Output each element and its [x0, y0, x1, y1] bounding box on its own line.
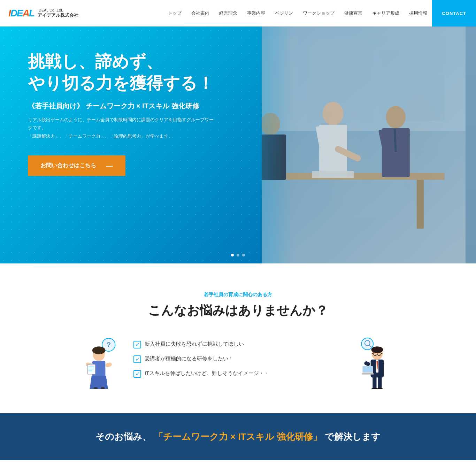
hero-description: リアル脱出ゲームのように、チーム全員で制限時間内に課題のクリアを目指すグループワ…: [28, 116, 216, 140]
problems-main-title: こんなお悩みはありませんか？: [0, 302, 476, 319]
svg-rect-37: [101, 387, 105, 389]
logo-en: IDEAL Co.,Ltd.: [38, 8, 78, 12]
nav-workshop[interactable]: ワークショップ: [298, 0, 339, 26]
check-item-1: ✓ 新入社員に失敗を恐れずに挑戦してほしい: [133, 341, 343, 348]
hero-title: 挑戦し、諦めず、 やり切る力を獲得する！: [28, 51, 216, 94]
illus-right: [353, 337, 395, 389]
nav-top[interactable]: トップ: [163, 0, 186, 26]
svg-rect-36: [94, 387, 98, 389]
hero-cta-button[interactable]: お問い合わせはこちら —: [28, 155, 125, 176]
checkbox-3: ✓: [133, 370, 141, 378]
svg-point-40: [361, 338, 373, 350]
nav-health[interactable]: 健康宣言: [339, 0, 367, 26]
problems-content: ?: [81, 337, 395, 389]
carousel-dot-1[interactable]: [231, 254, 234, 256]
svg-point-61: [376, 388, 384, 389]
solution-section: そのお悩み、 「チームワーク力 × ITスキル 強化研修」 で解決します: [0, 413, 476, 460]
logo-text-block: IDEAL Co.,Ltd. アイデアル株式会社: [38, 8, 78, 18]
nav-business[interactable]: 事業内容: [242, 0, 270, 26]
svg-text:?: ?: [106, 340, 111, 348]
svg-rect-30: [105, 362, 112, 368]
svg-rect-57: [362, 373, 374, 375]
svg-point-49: [371, 346, 383, 353]
solution-highlight: 「チームワーク力 × ITスキル 強化研修」: [154, 431, 322, 442]
arrow-icon: —: [106, 162, 113, 170]
hero-subtitle: 《若手社員向け》 チームワーク力 × ITスキル 強化研修: [28, 101, 216, 111]
svg-rect-58: [373, 376, 376, 389]
checklist: ✓ 新入社員に失敗を恐れずに挑戦してほしい ✓ 受講者が積極的になる研修をしたい…: [123, 341, 353, 385]
nav-beginner[interactable]: ベジリン: [270, 0, 298, 26]
carousel-dots: [231, 254, 245, 256]
svg-rect-31: [87, 364, 95, 374]
hero-content: 挑戦し、諦めず、 やり切る力を獲得する！ 《若手社員向け》 チームワーク力 × …: [0, 26, 216, 263]
nav-management[interactable]: 経営理念: [214, 0, 242, 26]
svg-rect-59: [378, 376, 382, 389]
solution-text: そのお悩み、 「チームワーク力 × ITスキル 強化研修」 で解決します: [0, 431, 476, 443]
carousel-dot-2[interactable]: [237, 254, 239, 256]
svg-rect-53: [364, 361, 371, 366]
check-item-3: ✓ ITスキルを伸ばしたいけど、難しそうなイメージ・・: [133, 370, 343, 378]
nav-career[interactable]: キャリア形成: [367, 0, 404, 26]
illus-left: ?: [81, 337, 123, 389]
nav-recruit[interactable]: 採用情報: [404, 0, 432, 26]
logo-mark: IDEAL: [8, 8, 34, 19]
checkbox-2: ✓: [133, 355, 141, 363]
check-item-2: ✓ 受講者が積極的になる研修をしたい！: [133, 355, 343, 363]
nav-company[interactable]: 会社案内: [186, 0, 214, 26]
logo-area: IDEAL IDEAL Co.,Ltd. アイデアル株式会社: [0, 8, 78, 19]
site-header: IDEAL IDEAL Co.,Ltd. アイデアル株式会社 トップ 会社案内 …: [0, 0, 476, 26]
checkbox-1: ✓: [133, 341, 141, 348]
problems-sub-title: 若手社員の育成に関心のある方: [204, 292, 272, 298]
svg-line-47: [372, 353, 373, 354]
contact-button[interactable]: CONTACT: [432, 0, 476, 26]
carousel-dot-3[interactable]: [242, 254, 245, 256]
problems-section: 若手社員の育成に関心のある方 こんなお悩みはありませんか？ ?: [0, 263, 476, 413]
svg-rect-32: [90, 363, 93, 366]
logo-ja: アイデアル株式会社: [38, 12, 78, 18]
svg-line-48: [381, 353, 383, 354]
hero-section: 挑戦し、諦めず、 やり切る力を獲得する！ 《若手社員向け》 チームワーク力 × …: [0, 26, 476, 263]
main-nav: トップ 会社案内 経営理念 事業内容 ベジリン ワークショップ 健康宣言 キャリ…: [163, 0, 476, 26]
svg-rect-56: [363, 366, 373, 372]
svg-point-27: [92, 346, 106, 354]
